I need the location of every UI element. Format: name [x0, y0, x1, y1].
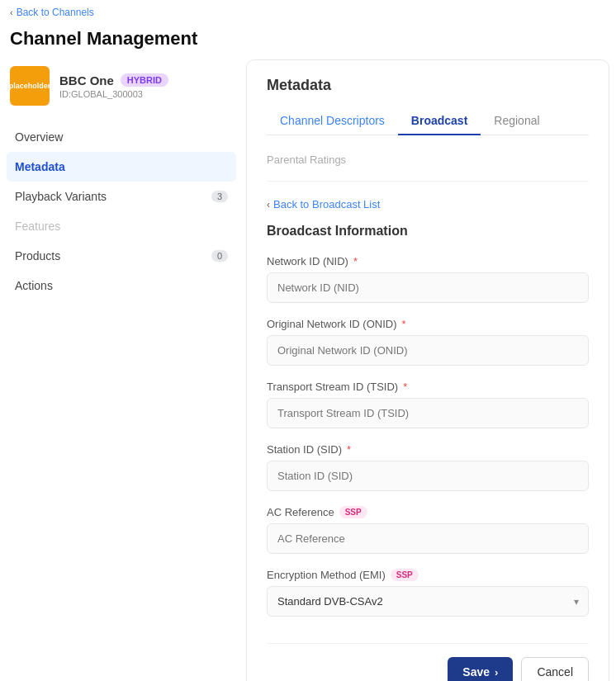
channel-id: ID:GLOBAL_300003	[59, 89, 168, 99]
original-network-id-required: *	[401, 318, 405, 330]
divider	[267, 181, 589, 182]
ac-reference-group: AC Reference SSP	[267, 506, 589, 554]
encryption-method-label: Encryption Method (EMI) SSP	[267, 569, 589, 581]
cancel-button[interactable]: Cancel	[521, 657, 589, 681]
original-network-id-group: Original Network ID (ONID) *	[267, 318, 589, 366]
sidebar-nav: Overview Metadata Playback Variants 3 Fe…	[7, 122, 236, 300]
sidebar-item-playback-variants[interactable]: Playback Variants 3	[7, 182, 236, 211]
back-to-broadcast-list-link[interactable]: ‹ Back to Broadcast List	[267, 198, 589, 210]
encryption-method-select-wrapper: Standard DVB-CSAv2 DVB-CSAv3 AES-128 Non…	[267, 586, 589, 617]
save-arrow-icon: ›	[495, 666, 498, 679]
back-chevron-icon: ‹	[10, 7, 13, 17]
channel-header: placeholder BBC One HYBRID ID:GLOBAL_300…	[7, 59, 236, 119]
network-id-input[interactable]	[267, 272, 589, 303]
sidebar-item-actions[interactable]: Actions	[7, 271, 236, 300]
sidebar-item-features: Features	[7, 211, 236, 241]
save-button[interactable]: Save ›	[448, 657, 513, 681]
channel-info: BBC One HYBRID ID:GLOBAL_300003	[59, 73, 168, 99]
tab-channel-descriptors[interactable]: Channel Descriptors	[267, 107, 398, 135]
tab-regional[interactable]: Regional	[481, 107, 552, 135]
sidebar-item-overview[interactable]: Overview	[7, 122, 236, 152]
station-id-label: Station ID (SID) *	[267, 443, 589, 456]
station-id-required: *	[347, 443, 351, 456]
transport-stream-id-group: Transport Stream ID (TSID) *	[267, 381, 589, 428]
broadcast-information-title: Broadcast Information	[267, 224, 589, 239]
products-badge: 0	[211, 250, 228, 262]
network-id-group: Network ID (NID) *	[267, 255, 589, 303]
network-id-label: Network ID (NID) *	[267, 255, 589, 267]
page-title: Channel Management	[0, 25, 616, 59]
sidebar-item-products[interactable]: Products 0	[7, 241, 236, 271]
sidebar-item-metadata[interactable]: Metadata	[7, 152, 236, 182]
ac-reference-label: AC Reference SSP	[267, 506, 589, 518]
transport-stream-id-input[interactable]	[267, 398, 589, 428]
back-to-broadcast-label: Back to Broadcast List	[273, 198, 380, 210]
station-id-group: Station ID (SID) *	[267, 443, 589, 491]
metadata-section-title: Metadata	[267, 77, 589, 94]
network-id-required: *	[353, 255, 358, 267]
form-footer: Save › Cancel	[267, 643, 589, 681]
encryption-method-select[interactable]: Standard DVB-CSAv2 DVB-CSAv3 AES-128 Non…	[267, 586, 589, 617]
transport-stream-id-label: Transport Stream ID (TSID) *	[267, 381, 589, 393]
metadata-tabs: Channel Descriptors Broadcast Regional	[267, 107, 589, 135]
parental-ratings-subtab[interactable]: Parental Ratings	[267, 149, 589, 171]
original-network-id-label: Original Network ID (ONID) *	[267, 318, 589, 330]
ac-reference-ssp-badge: SSP	[339, 506, 367, 518]
transport-stream-id-required: *	[403, 381, 407, 393]
channel-type-badge: HYBRID	[121, 73, 168, 87]
back-to-channels-label: Back to Channels	[17, 7, 94, 18]
encryption-method-group: Encryption Method (EMI) SSP Standard DVB…	[267, 569, 589, 617]
sidebar: placeholder BBC One HYBRID ID:GLOBAL_300…	[7, 59, 246, 681]
back-broadcast-chevron-icon: ‹	[267, 199, 270, 210]
tab-broadcast[interactable]: Broadcast	[398, 107, 481, 135]
main-content: Metadata Channel Descriptors Broadcast R…	[246, 59, 609, 681]
ac-reference-input[interactable]	[267, 523, 589, 554]
station-id-input[interactable]	[267, 461, 589, 491]
channel-thumbnail: placeholder	[10, 66, 50, 106]
back-to-channels-link[interactable]: ‹ Back to Channels	[0, 0, 616, 25]
original-network-id-input[interactable]	[267, 335, 589, 366]
encryption-method-ssp-badge: SSP	[391, 569, 419, 581]
channel-name: BBC One	[59, 73, 114, 87]
playback-variants-badge: 3	[211, 191, 228, 202]
